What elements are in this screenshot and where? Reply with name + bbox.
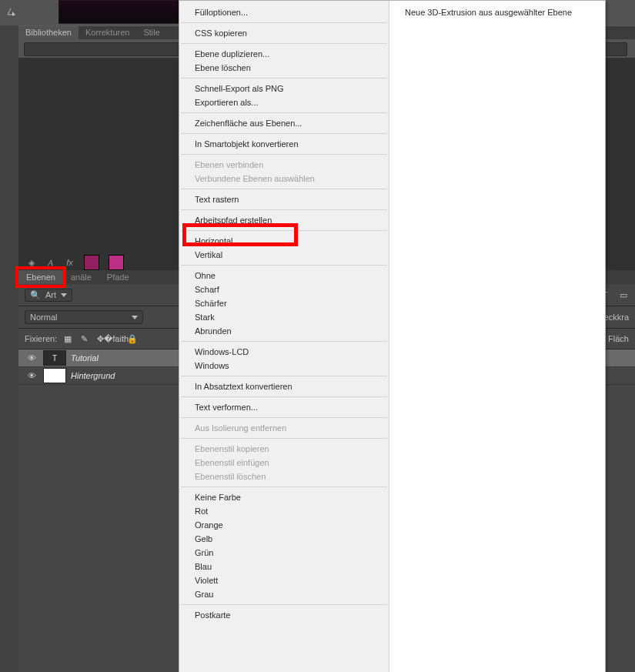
- menu-separator: [181, 341, 387, 342]
- blend-mode-select[interactable]: Normal: [25, 310, 143, 324]
- menu-item[interactable]: Grau: [179, 587, 389, 601]
- fill-label: Fläch: [608, 334, 629, 343]
- menu-item[interactable]: Ebene duplizieren...: [179, 47, 389, 61]
- menu-item[interactable]: Windows: [179, 359, 389, 373]
- blend-mode-value: Normal: [30, 313, 57, 322]
- visibility-eye-icon[interactable]: 👁: [25, 371, 38, 380]
- menu-separator: [181, 376, 387, 376]
- menu-separator: [181, 417, 387, 418]
- menu-item[interactable]: Text verformen...: [179, 400, 389, 414]
- tab-korrekturen[interactable]: Korrekturen: [79, 26, 136, 40]
- menu-separator: [181, 78, 387, 79]
- menu-item[interactable]: Blau: [179, 560, 389, 573]
- menu-separator: [181, 154, 387, 155]
- menu-separator: [181, 438, 387, 439]
- menu-item[interactable]: Gelb: [179, 532, 389, 546]
- menu-separator: [181, 604, 387, 605]
- layer-kind-select[interactable]: 🔍 Art: [25, 289, 72, 302]
- menu-item[interactable]: Grün: [179, 546, 389, 560]
- menu-item[interactable]: Ohne: [179, 269, 389, 283]
- color-swatch-2[interactable]: [109, 255, 124, 270]
- menu-separator: [181, 133, 387, 134]
- tab-pfade[interactable]: Pfade: [99, 270, 137, 284]
- menu-item: Aus Isolierung entfernen: [179, 421, 389, 435]
- menu-item[interactable]: CSS kopieren: [179, 26, 389, 40]
- menu-item[interactable]: Violett: [179, 573, 389, 587]
- tab-kanaele[interactable]: anäle: [63, 270, 99, 284]
- menu-separator: [181, 43, 387, 44]
- menu-separator: [181, 396, 387, 397]
- menu-item[interactable]: Exportieren als...: [179, 95, 389, 109]
- menu-item[interactable]: Horizontal: [179, 234, 389, 248]
- layer-name[interactable]: Hintergrund: [71, 371, 115, 380]
- menu-item[interactable]: Arbeitspfad erstellen: [179, 213, 389, 227]
- chevron-down-icon: [132, 316, 138, 319]
- menu-item: Ebenenstil einfügen: [179, 456, 389, 470]
- layer-thumb-text: T: [43, 350, 66, 366]
- menu-item[interactable]: In Absatztext konvertieren: [179, 379, 389, 393]
- menu-item: Ebenenstil löschen: [179, 470, 389, 483]
- color-swatch-1[interactable]: [84, 255, 99, 270]
- menu-item[interactable]: Stark: [179, 310, 389, 324]
- filter-shape-icon[interactable]: ▭: [618, 290, 629, 300]
- menu-separator: [181, 486, 387, 487]
- menu-item: Ebenen verbinden: [179, 158, 389, 172]
- menu-item[interactable]: Ebene löschen: [179, 61, 389, 75]
- chevron-down-icon: [61, 293, 67, 297]
- layer-context-menu: Fülloptionen...CSS kopierenEbene duplizi…: [179, 0, 606, 672]
- menu-separator: [181, 112, 387, 113]
- magnifier-icon: 🔍: [30, 290, 41, 300]
- document-thumbnail: [58, 0, 183, 24]
- context-menu-left-col: Fülloptionen...CSS kopierenEbene duplizi…: [179, 1, 389, 672]
- menu-item[interactable]: Schnell-Export als PNG: [179, 82, 389, 95]
- tab-bibliotheken[interactable]: Bibliotheken: [18, 26, 79, 40]
- layer-name[interactable]: Tutorial: [71, 353, 99, 363]
- menu-item[interactable]: Vertikal: [179, 248, 389, 262]
- lock-artboard-icon[interactable]: �faith: [112, 334, 121, 344]
- tab-stile[interactable]: Stile: [136, 26, 166, 40]
- menu-separator: [181, 230, 387, 231]
- lock-paint-icon[interactable]: ✎: [79, 334, 89, 344]
- menu-item[interactable]: Windows-LCD: [179, 345, 389, 359]
- menu-item[interactable]: Postkarte: [179, 608, 389, 622]
- menu-separator: [181, 22, 387, 23]
- menu-separator: [181, 265, 387, 266]
- lock-label: Fixieren:: [25, 334, 57, 343]
- lock-transparency-icon[interactable]: ▦: [63, 334, 72, 344]
- menu-item: Verbundene Ebenen auswählen: [179, 172, 389, 186]
- menu-item[interactable]: Orange: [179, 518, 389, 532]
- layer-kind-label: Art: [45, 290, 56, 299]
- menu-item[interactable]: Schärfer: [179, 296, 389, 310]
- menu-item[interactable]: Text rastern: [179, 192, 389, 206]
- menu-item[interactable]: Keine Farbe: [179, 490, 389, 504]
- context-menu-right-col: Neue 3D-Extrusion aus ausgewählter Ebene: [389, 1, 605, 672]
- menu-item[interactable]: Rot: [179, 504, 389, 518]
- menu-item-3d-extrusion[interactable]: Neue 3D-Extrusion aus ausgewählter Ebene: [389, 5, 605, 19]
- menu-item[interactable]: In Smartobjekt konvertieren: [179, 137, 389, 151]
- annotation-box-ebenen: [15, 266, 66, 288]
- lock-all-icon[interactable]: 🔒: [128, 334, 137, 344]
- menu-item: Ebenenstil kopieren: [179, 442, 389, 456]
- menu-item[interactable]: Scharf: [179, 283, 389, 296]
- collapse-icon[interactable]: [0, 0, 23, 22]
- menu-item[interactable]: Abrunden: [179, 324, 389, 338]
- menu-separator: [181, 189, 387, 189]
- layer-thumb-bg: [43, 368, 66, 383]
- menu-separator: [181, 209, 387, 210]
- visibility-eye-icon[interactable]: 👁: [25, 353, 38, 363]
- menu-item[interactable]: Fülloptionen...: [179, 5, 389, 19]
- menu-item[interactable]: Zeichenfläche aus Ebenen...: [179, 116, 389, 130]
- left-gutter: [0, 25, 18, 672]
